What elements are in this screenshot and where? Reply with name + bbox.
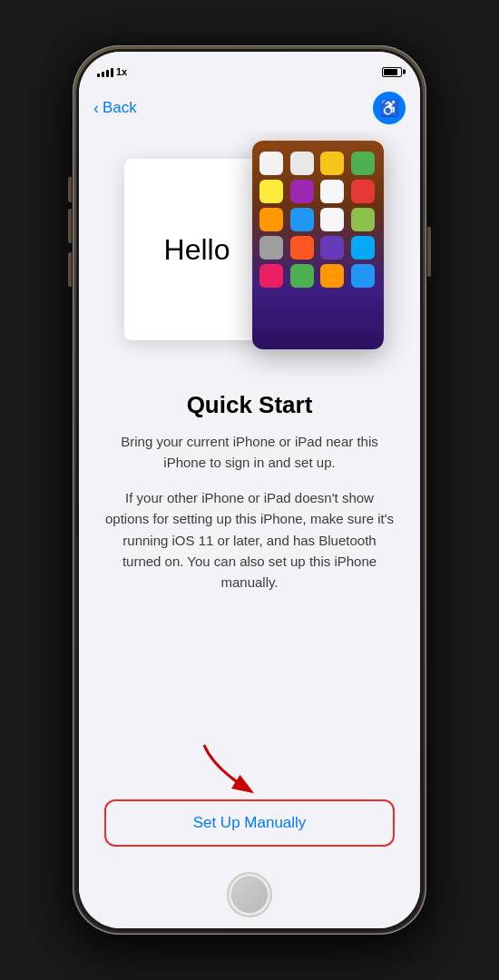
- home-button[interactable]: [227, 872, 272, 917]
- status-bar: 1x: [79, 52, 420, 86]
- app-icon: [320, 152, 344, 175]
- app-icon: [351, 152, 375, 175]
- signal-bar-2: [102, 72, 104, 77]
- app-icon: [259, 152, 283, 175]
- back-label: Back: [103, 99, 137, 117]
- description-primary: Bring your current iPhone or iPad near t…: [104, 432, 395, 473]
- bottom-area: Set Up Manually: [79, 799, 420, 865]
- home-area: [79, 865, 420, 928]
- app-icon: [320, 236, 344, 260]
- arrow-annotation: [79, 736, 420, 799]
- signal-bars: [97, 66, 113, 77]
- new-iphone-card: [252, 141, 384, 349]
- app-icon: [290, 208, 314, 231]
- app-icon: [290, 236, 314, 260]
- hello-text: Hello: [164, 233, 230, 267]
- app-icon: [351, 180, 375, 203]
- app-icon: [351, 236, 375, 260]
- app-icon: [320, 208, 344, 231]
- set-up-manually-button[interactable]: Set Up Manually: [104, 799, 395, 847]
- back-button[interactable]: ‹ Back: [93, 99, 137, 118]
- status-left: 1x: [97, 66, 127, 77]
- app-icon: [290, 152, 314, 175]
- home-button-inner: [231, 877, 268, 913]
- status-right: [382, 67, 402, 77]
- page-title: Quick Start: [104, 391, 395, 419]
- description-secondary: If your other iPhone or iPad doesn't sho…: [104, 487, 395, 593]
- app-icon: [351, 264, 375, 288]
- nav-bar: ‹ Back ♿: [79, 86, 420, 132]
- app-icon: [320, 180, 344, 203]
- signal-label: 1x: [116, 66, 127, 77]
- app-icon: [320, 264, 344, 288]
- mute-button: [68, 177, 72, 202]
- phone-screen: 1x ‹ Back ♿: [79, 52, 420, 928]
- accessibility-button[interactable]: ♿: [373, 92, 406, 124]
- app-icon: [290, 180, 314, 203]
- phone-inner-bezel: 1x ‹ Back ♿: [76, 49, 423, 931]
- app-icon: [259, 208, 283, 231]
- text-content: Quick Start Bring your current iPhone or…: [79, 377, 420, 736]
- app-icon: [351, 208, 375, 231]
- battery-icon: [382, 67, 402, 77]
- app-icon: [259, 236, 283, 260]
- signal-bar-3: [106, 70, 109, 77]
- hero-container: Hello: [79, 132, 420, 377]
- app-grid: [259, 152, 377, 288]
- back-chevron-icon: ‹: [93, 99, 99, 118]
- phone-device: 1x ‹ Back ♿: [73, 45, 426, 935]
- signal-bar-1: [97, 74, 100, 77]
- power-button: [427, 227, 431, 277]
- signal-bar-4: [111, 68, 113, 77]
- accessibility-icon: ♿: [379, 98, 399, 118]
- volume-up-button: [68, 209, 72, 243]
- app-icon: [259, 264, 283, 288]
- annotation-arrow: [186, 740, 277, 804]
- app-icon: [259, 180, 283, 203]
- volume-down-button: [68, 252, 72, 287]
- app-icon: [290, 264, 314, 288]
- current-iphone-card: Hello: [124, 159, 269, 340]
- battery-fill: [384, 69, 397, 75]
